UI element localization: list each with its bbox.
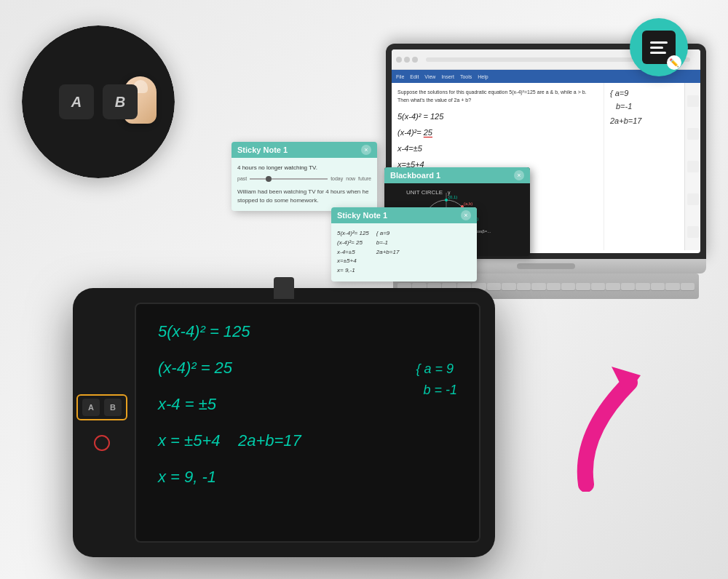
arrow-container [571,361,666,492]
s2-sol-b: b=-1 [376,239,400,248]
t-math-5: x = 9, -1 [158,468,216,487]
laptop-solutions-panel: { a=9 b=-1 2a+b=17 [604,83,684,250]
doc-line-2 [650,47,663,49]
tablet-side-panel: A B [73,288,131,557]
sticky-note-2-close[interactable]: × [461,210,471,220]
timeline-track [250,178,328,180]
sticky-math-equations: 5(x-4)²= 125 (x-4)²= 25 x-4=±5 x=±5+4 x=… [337,229,369,276]
laptop-math-1: 5(x-4)² = 125 [397,108,598,124]
tablet-btn-a[interactable]: A [82,399,100,416]
toolbar-dot-2 [404,57,410,63]
writing-tablet: A B 5(x-4)² = 125 (x-4)² = 25 x-4 = ±5 x… [73,288,495,557]
timeline-today: today [331,175,343,183]
timeline: past today now future [237,175,371,183]
s2-sol-final: 2a+b=17 [376,248,400,257]
solution-b-1: b=-1 [616,102,678,111]
doc-line-3 [650,52,666,54]
t-sol-b: b = -1 [416,380,457,401]
t-math-2: (x-4)² = 25 [158,359,232,378]
s2-line5: x= 9,-1 [337,266,369,276]
blackboard-title: Blackboard 1 [390,171,440,180]
svg-text:(a,b): (a,b) [464,201,472,206]
sticky-note-1-content: 4 hours no longer watching TV. past toda… [232,158,377,211]
s2-line3: x-4=±5 [337,248,369,257]
toolbar-dot-3 [412,57,418,63]
sticky-math-layout: 5(x-4)²= 125 (x-4)²= 25 x-4=±5 x=±5+4 x=… [337,229,471,276]
problem-statement: Suppose the solutions for this quadratic… [397,89,598,104]
zoom-circle: A B [22,25,175,178]
tablet-circle-button[interactable] [94,435,110,451]
tablet-math-content: 5(x-4)² = 125 (x-4)² = 25 x-4 = ±5 x = ±… [151,319,472,534]
t-math-3: x-4 = ±5 [158,395,216,414]
timeline-thumb [266,176,272,182]
tablet-btn-b[interactable]: B [104,399,122,416]
svg-text:(0,1): (0,1) [448,195,457,199]
pencil-icon: ✏️ [667,55,681,70]
tablet-writing-surface: 5(x-4)² = 125 (x-4)² = 25 x-4 = ±5 x = ±… [135,303,480,543]
doc-line-1 [650,41,668,44]
sticky-note-1: Sticky Note 1 × 4 hours no longer watchi… [232,142,377,211]
sidebar-icon-4 [687,193,699,205]
solution-a9: { a=9 [610,89,678,97]
t-sol-a: { a = 9 [416,359,457,380]
pink-arrow-svg [571,361,666,492]
app-icon-inner: ✏️ [642,31,676,64]
ribbon-tab-help: Help [478,74,488,79]
s2-line4: x=±5+4 [337,257,369,266]
blackboard-bar: Blackboard 1 × [384,167,530,183]
zoom-btn-a: A [59,84,94,119]
toolbar-dot-1 [396,57,402,63]
sticky-text-2: William had been watching TV for 4 hours… [237,188,371,205]
zoom-btn-b: B [103,84,138,119]
tablet-strap [274,277,294,299]
sticky-note-2-title: Sticky Note 1 [337,211,387,220]
timeline-now: now [346,175,355,183]
sticky-note-2-bar: Sticky Note 1 × [331,207,477,223]
sticky-solutions: { a=9 b=-1 2a+b=17 [376,229,400,276]
ribbon-tab-insert: Insert [441,74,454,79]
ribbon-tab-file: File [396,74,404,79]
svg-text:cosβ=...: cosβ=... [475,229,491,233]
timeline-past: past [237,175,247,183]
sticky-note-1-bar: Sticky Note 1 × [232,142,377,158]
sidebar-icon-2 [687,128,699,140]
tablet-ab-buttons[interactable]: A B [76,394,127,420]
t-solutions: { a = 9 b = -1 [416,359,457,401]
svg-text:UNIT CIRCLE: UNIT CIRCLE [406,189,443,196]
laptop-sidebar [684,83,700,250]
solution-final: 2a+b=17 [610,116,678,125]
sidebar-icon-5 [687,226,699,238]
t-math-1: 5(x-4)² = 125 [158,322,250,341]
svg-point-7 [445,199,448,201]
timeline-future: future [358,175,371,183]
ribbon-tab-tools: Tools [460,74,472,79]
doc-lines [646,37,672,58]
laptop-math-2: (x-4)²= 25 [397,124,598,140]
ribbon-tab-edit: Edit [410,74,419,79]
s2-sol-a: { a=9 [376,229,400,239]
laptop-math-3: x-4=±5 [397,140,598,156]
zoom-inner: A B [22,25,175,178]
ribbon-tab-view: View [424,74,435,79]
sticky-note-1-close[interactable]: × [361,145,371,155]
t-math-4: x = ±5+4 2a+b=17 [158,431,301,450]
sidebar-icon-1 [687,95,699,107]
sticky-note-2: Sticky Note 1 × 5(x-4)²= 125 (x-4)²= 25 … [331,207,477,281]
sticky-note-1-title: Sticky Note 1 [237,145,288,154]
sticky-note-2-content: 5(x-4)²= 125 (x-4)²= 25 x-4=±5 x=±5+4 x=… [331,223,477,281]
sidebar-icon-3 [687,161,699,172]
blackboard-close[interactable]: × [514,170,524,180]
sticky-text-1: 4 hours no longer watching TV. [237,164,371,172]
tablet-buttons-zoomed: A B [59,84,138,119]
s2-line1: 5(x-4)²= 125 [337,229,369,239]
app-icon[interactable]: ✏️ [630,18,688,76]
s2-line2: (x-4)²= 25 [337,239,369,248]
